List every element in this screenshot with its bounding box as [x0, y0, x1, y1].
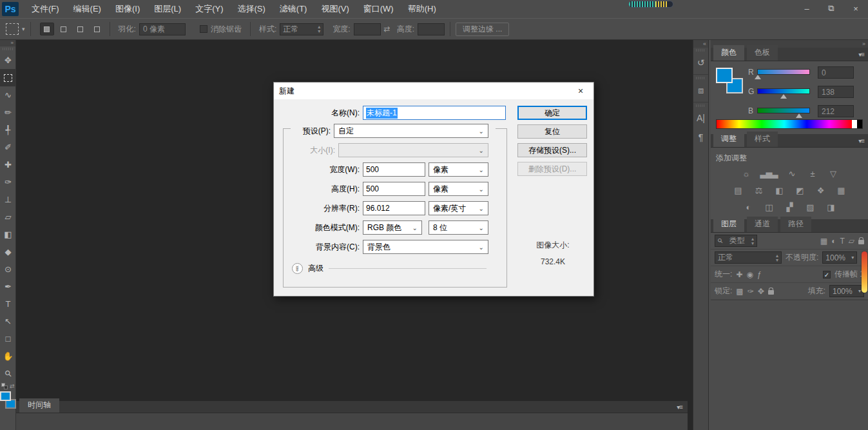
name-input[interactable]: 未标题-1 — [363, 106, 506, 120]
path-selection-tool[interactable]: ↖ — [0, 313, 16, 330]
color-lookup-icon[interactable]: ▦ — [834, 184, 847, 196]
ok-button[interactable]: 确定 — [517, 106, 587, 120]
gradient-tool[interactable]: ◧ — [0, 226, 16, 243]
tab-channels[interactable]: 通道 — [747, 217, 778, 232]
swap-dimensions-icon[interactable]: ⇄ — [384, 24, 391, 34]
menu-help[interactable]: 帮助(H) — [401, 1, 443, 17]
clone-stamp-tool[interactable]: ⊥ — [0, 191, 16, 208]
menu-filter[interactable]: 滤镜(T) — [273, 1, 314, 17]
tool-preset-chevron-icon[interactable]: ▾ — [22, 26, 25, 32]
red-value-input[interactable]: 0 — [818, 66, 854, 79]
filter-pixel-layers-icon[interactable]: ▦ — [820, 237, 827, 246]
menu-select[interactable]: 选择(S) — [231, 1, 271, 17]
width-input[interactable]: 500 — [363, 162, 425, 177]
red-slider[interactable] — [757, 69, 810, 75]
preset-select[interactable]: 自定⌄ — [334, 124, 488, 138]
brush-tool[interactable]: ✑ — [0, 173, 16, 191]
style-select[interactable]: 正常▴▾ — [280, 23, 323, 35]
pen-tool[interactable]: ✒ — [0, 278, 16, 295]
lock-all-icon[interactable] — [768, 290, 774, 295]
tab-styles[interactable]: 样式 — [747, 132, 778, 147]
dialog-title-bar[interactable]: 新建 × — [274, 83, 593, 99]
dock-expand-icon[interactable]: « — [693, 40, 708, 48]
intersect-selection-button[interactable] — [90, 23, 104, 35]
dock-gripper-2[interactable] — [696, 77, 706, 79]
invert-icon[interactable]: ◐ — [742, 201, 755, 213]
levels-icon[interactable]: ▃▅▃ — [760, 168, 778, 179]
hue-saturation-icon[interactable]: ▤ — [731, 184, 744, 196]
adjustments-panel-menu-icon[interactable]: ▾≡ — [858, 137, 864, 144]
zoom-tool[interactable]: ⚲ — [0, 365, 16, 382]
brightness-contrast-icon[interactable]: ☼ — [740, 168, 753, 179]
add-to-selection-button[interactable] — [57, 23, 71, 35]
filter-type-layers-icon[interactable]: T — [840, 237, 844, 246]
propagate-frame-checkbox[interactable]: ✓ — [823, 271, 831, 279]
height-unit-select[interactable]: 像素⌄ — [429, 182, 488, 196]
posterize-icon[interactable]: ◫ — [762, 201, 775, 213]
threshold-icon[interactable]: ▞ — [783, 201, 796, 213]
blur-tool[interactable]: ◆ — [0, 243, 16, 260]
menu-image[interactable]: 图像(I) — [109, 1, 146, 17]
minimize-icon[interactable]: – — [795, 0, 819, 17]
selective-color-icon[interactable]: ◨ — [824, 201, 837, 213]
foreground-color-swatch[interactable] — [0, 391, 11, 401]
filter-smart-object-icon[interactable] — [858, 240, 864, 244]
spot-healing-brush-tool[interactable]: ✚ — [0, 156, 16, 173]
width-unit-select[interactable]: 像素⌄ — [429, 162, 488, 177]
unify-style-icon[interactable]: ƒ — [757, 270, 762, 279]
bit-depth-select[interactable]: 8 位⌄ — [429, 220, 488, 235]
timeline-menu-icon[interactable]: ▾≡ — [677, 404, 682, 411]
save-preset-button[interactable]: 存储预设(S)... — [517, 143, 587, 157]
panel-foreground-color-swatch[interactable] — [716, 68, 733, 83]
green-slider-thumb[interactable] — [780, 94, 787, 99]
lasso-tool[interactable]: ∿ — [0, 86, 16, 104]
fill-select[interactable]: 100%▾ — [829, 285, 864, 297]
gradient-map-icon[interactable]: ▨ — [804, 201, 816, 213]
color-panel-menu-icon[interactable]: ▾≡ — [858, 51, 864, 58]
exposure-icon[interactable]: ± — [806, 168, 819, 179]
photo-filter-icon[interactable]: ◩ — [793, 184, 806, 196]
dock-gripper-3[interactable] — [696, 104, 706, 107]
dodge-tool[interactable]: ⊙ — [0, 260, 16, 278]
toolbar-collapse-icon[interactable]: » — [0, 40, 15, 46]
dock-gripper[interactable] — [696, 49, 706, 52]
width-input[interactable] — [354, 23, 381, 35]
properties-panel-icon[interactable]: ⧈ — [693, 81, 708, 100]
background-contents-select[interactable]: 背景色⌄ — [363, 240, 488, 254]
antialias-checkbox[interactable] — [200, 25, 207, 33]
red-slider-thumb[interactable] — [755, 75, 761, 79]
lock-position-icon[interactable]: ✥ — [758, 287, 764, 296]
default-colors-icon[interactable] — [1, 383, 8, 389]
color-balance-icon[interactable]: ⚖ — [752, 184, 765, 196]
tab-paths[interactable]: 路径 — [780, 217, 811, 232]
tab-adjustments[interactable]: 调整 — [713, 132, 744, 147]
filter-adjustment-layers-icon[interactable]: ◐ — [831, 237, 836, 246]
scroll-indicator[interactable] — [862, 251, 867, 293]
type-tool[interactable]: T — [0, 295, 16, 313]
curves-icon[interactable]: ∿ — [786, 168, 798, 179]
unify-position-icon[interactable]: ✚ — [736, 270, 742, 279]
tab-layers[interactable]: 图层 — [713, 217, 744, 232]
height-input[interactable] — [418, 23, 445, 35]
menu-window[interactable]: 窗口(W) — [357, 1, 400, 17]
menu-view[interactable]: 视图(V) — [314, 1, 355, 17]
lock-transparency-icon[interactable]: ▩ — [736, 287, 743, 296]
filter-shape-layers-icon[interactable]: ▱ — [849, 237, 854, 246]
paragraph-panel-icon[interactable]: ¶ — [693, 128, 708, 147]
subtract-from-selection-button[interactable] — [73, 23, 88, 35]
shape-tool[interactable]: □ — [0, 330, 16, 347]
unify-visibility-icon[interactable]: ◉ — [746, 270, 753, 279]
blue-slider-thumb[interactable] — [796, 113, 802, 118]
move-tool[interactable]: ✥ — [0, 52, 16, 69]
blue-value-input[interactable]: 212 — [818, 105, 854, 117]
refine-edge-button[interactable]: 调整边缘 ... — [456, 23, 509, 36]
resolution-unit-select[interactable]: 像素/英寸⌄ — [429, 201, 488, 215]
menu-file[interactable]: 文件(F) — [25, 1, 66, 17]
vibrance-icon[interactable]: ▽ — [827, 168, 840, 179]
blue-slider[interactable] — [757, 108, 810, 113]
channel-mixer-icon[interactable]: ❖ — [814, 184, 827, 196]
menu-layer[interactable]: 图层(L) — [148, 1, 188, 17]
tab-color[interactable]: 颜色 — [713, 45, 744, 61]
color-mode-select[interactable]: RGB 颜色⌄ — [363, 220, 422, 235]
tab-swatches[interactable]: 色板 — [747, 45, 778, 61]
